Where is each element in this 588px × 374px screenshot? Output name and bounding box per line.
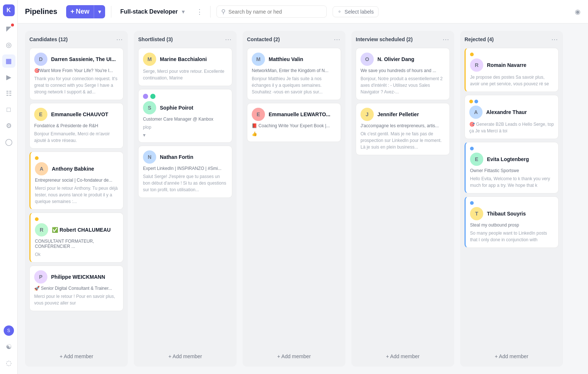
card-name: N. Olivier Dang (377, 56, 414, 62)
sidebar-icon-chat[interactable]: ▶ (2, 71, 15, 84)
avatar-philippe: P (34, 270, 47, 284)
search-icon: ⚲ (221, 8, 226, 15)
column-contacted: Contacted (2) ⋯ M Matthieu Valin Network… (243, 31, 345, 367)
card-name: Evita Logtenberg (487, 156, 529, 162)
add-member-shortlisted[interactable]: + Add member (138, 350, 232, 362)
sidebar-icon-analytics[interactable]: ☷ (2, 87, 15, 100)
add-member-contacted[interactable]: + Add member (247, 350, 341, 362)
pipeline-selector[interactable]: Full-stack Developer ▼ (117, 8, 189, 15)
avatar-evita: E (470, 153, 483, 166)
search-bar[interactable]: ⚲ (216, 6, 327, 18)
avatar-marine: M (143, 53, 156, 66)
card-message: Ok c'est gentil. Mais je ne fais pas de … (361, 131, 445, 150)
avatar-thibaut: T (470, 207, 483, 220)
avatar-romain: R (470, 58, 483, 72)
sidebar: K ◤ ◎ ▦ ▶ ☷ □ ⚙ ◯ S ☯ ◌ (0, 0, 18, 374)
avatar-alexandre: A (469, 106, 483, 119)
search-input[interactable] (229, 9, 322, 15)
card-thibaut[interactable]: T Thibaut Souyris Steal my outbound pros… (465, 196, 559, 248)
sidebar-icon-billing[interactable]: □ (2, 103, 15, 116)
card-jennifer[interactable]: J Jennifer Pelletier J'accompagne les en… (356, 103, 450, 155)
kanban-board: Candidates (12) ⋯ D Darren Sassienie, Th… (18, 24, 588, 374)
app-logo[interactable]: K (3, 4, 15, 16)
column-cards-candidates: D Darren Sassienie, The UI... 🎯Want More… (29, 48, 123, 348)
card-subtitle: Entrepreneur social | Co-fondateur de... (35, 178, 119, 183)
avatar-darren: D (34, 53, 47, 66)
card-subtitle: Expert LinkedIn | INSPIRANZO | #Smi... (143, 166, 227, 171)
sidebar-icon-discover[interactable]: ◎ (2, 38, 15, 51)
add-member-interview[interactable]: + Add member (356, 350, 450, 362)
card-name: Matthieu Valin (269, 56, 303, 62)
column-candidates: Candidates (12) ⋯ D Darren Sassienie, Th… (25, 31, 128, 367)
card-message: Hello Evita, Welcome to k thank you very… (470, 175, 554, 189)
card-nathan[interactable]: N Nathan Fortin Expert LinkedIn | INSPIR… (138, 146, 232, 198)
card-message: Bonjour Emmanuelle, Merci de m'avoir ajo… (34, 131, 119, 144)
avatar-emmanuelle-l: E (252, 108, 265, 121)
card-sophie[interactable]: S Sophie Poirot Customer Care Manager @ … (138, 89, 232, 143)
avatar-anthony: A (35, 162, 48, 175)
card-robert[interactable]: R ✅ Robert CHALUMEAU CONSULTANT FORMATEU… (29, 213, 123, 263)
tag-green (150, 94, 155, 99)
page-title: Pipelines (25, 7, 57, 16)
card-emmanuelle-l[interactable]: E Emmanuelle LEWARTO... 📕 Coaching Write… (247, 103, 341, 142)
card-name: Romain Navarre (487, 62, 526, 68)
card-emmanuelle-c[interactable]: E Emmanuelle CHAUVOT Fondatrice & Présid… (29, 103, 123, 149)
column-title-shortlisted: Shortlisted (3) (138, 36, 173, 42)
card-subtitle: We save you hundreds of hours and ... (361, 68, 445, 73)
card-subtitle: Fondatrice & Présidente de R&H (34, 123, 119, 128)
notification-badge (11, 24, 14, 26)
card-subtitle: 📕 Coaching Write Your Expert Book |... (252, 123, 336, 128)
card-name: Philippe WEICKMANN (51, 274, 105, 280)
column-shortlisted: Shortlisted (3) ⋯ M Marine Bacchialoni S… (134, 31, 237, 367)
card-name: Emmanuelle LEWARTO... (269, 111, 330, 117)
sidebar-icon-history[interactable]: ◯ (2, 135, 15, 149)
avatar-robert: R (35, 223, 48, 236)
card-subtitle: Customer Care Manager @ Kanbox (143, 117, 227, 122)
card-name: Alexandre Thaur (486, 109, 527, 115)
sidebar-icon-messages[interactable]: ◤ (2, 22, 15, 35)
avatar-jennifer: J (361, 108, 374, 121)
add-member-candidates[interactable]: + Add member (29, 350, 123, 362)
sidebar-icon-search[interactable]: ☯ (2, 340, 15, 353)
view-options-icon[interactable]: ◉ (575, 8, 581, 16)
card-name: Anthony Babkine (52, 166, 94, 172)
sidebar-icon-clock[interactable]: ◌ (2, 356, 15, 370)
indicator-dot (470, 53, 474, 56)
card-philippe[interactable]: P Philippe WEICKMANN 🚀 Senior Digital Co… (29, 266, 123, 311)
card-anthony[interactable]: A Anthony Babkine Entrepreneur social | … (29, 152, 123, 210)
card-name: Jennifer Pelletier (377, 111, 419, 117)
column-rejected: Rejected (4) ⋯ R Romain Navarre Je propo… (460, 31, 563, 367)
column-menu-rejected[interactable]: ⋯ (551, 35, 559, 43)
column-cards-shortlisted: M Marine Bacchialoni Serge, Merci pour v… (138, 48, 232, 348)
card-name: Emmanuelle CHAUVOT (51, 111, 108, 117)
header-divider-2 (210, 6, 211, 18)
card-darren[interactable]: D Darren Sassienie, The UI... 🎯Want More… (29, 48, 123, 100)
column-title-interview: Interview scheduled (2) (356, 36, 413, 42)
card-olivier[interactable]: O N. Olivier Dang We save you hundreds o… (356, 48, 450, 100)
card-evita[interactable]: E Evita Logtenberg Owner Fittastic Sport… (465, 142, 559, 193)
card-message: Bonjour, Notre produit a essentiellement… (361, 75, 445, 95)
card-message: Merci pour le retour Anthony. Tu peux dé… (35, 185, 119, 205)
card-matthieu[interactable]: M Matthieu Valin NetworkMan, Enter the K… (247, 48, 341, 100)
sidebar-icon-avatar[interactable]: S (2, 324, 15, 337)
label-filter[interactable]: ⚬ Select labels (333, 6, 379, 17)
card-romain[interactable]: R Romain Navarre Je propose des postes S… (465, 48, 559, 92)
card-name: Nathan Fortin (160, 154, 193, 160)
sidebar-icon-pipelines[interactable]: ▦ (2, 54, 15, 68)
add-member-rejected[interactable]: + Add member (465, 350, 559, 362)
card-message: Salut Serge! J'espère que tu passes un b… (143, 173, 227, 193)
card-message: plop (143, 124, 227, 131)
column-menu-shortlisted[interactable]: ⋯ (225, 35, 232, 43)
column-title-rejected: Rejected (4) (465, 36, 494, 42)
card-message: Thank you for your connection request. I… (34, 75, 119, 95)
card-marine[interactable]: M Marine Bacchialoni Serge, Merci pour v… (138, 48, 232, 86)
column-menu-candidates[interactable]: ⋯ (116, 35, 123, 43)
column-menu-interview[interactable]: ⋯ (442, 35, 450, 43)
pipeline-more-button[interactable]: ⋮ (195, 6, 204, 17)
column-menu-contacted[interactable]: ⋯ (334, 35, 341, 43)
card-alexandre[interactable]: A Alexandre Thaur 🎯 Generate B2B Leads o… (465, 95, 559, 139)
sidebar-icon-settings[interactable]: ⚙ (2, 119, 15, 132)
chat-icon: ⚬ (337, 9, 342, 15)
card-subtitle: CONSULTANT FORMATEUR, CONFÉRENCIER ... (35, 239, 119, 249)
new-button[interactable]: + New ▼ (66, 5, 105, 18)
